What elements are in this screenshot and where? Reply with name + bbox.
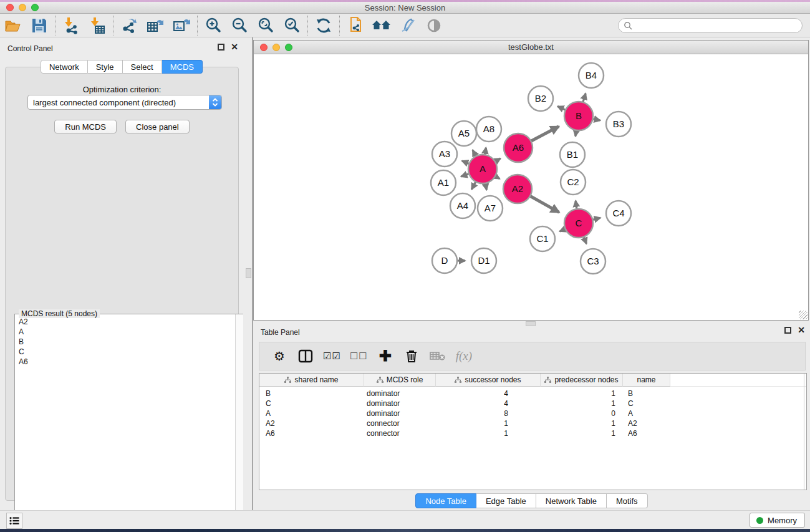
column-browser-icon[interactable] <box>297 347 314 365</box>
table-cell[interactable]: C <box>623 399 670 408</box>
table-row[interactable]: Bdominator41B <box>259 389 806 399</box>
tab-mcds[interactable]: MCDS <box>162 60 203 74</box>
table-scrollbar[interactable] <box>804 374 804 490</box>
table-cell[interactable]: A <box>623 409 670 418</box>
table-cell[interactable]: A <box>259 409 364 418</box>
table-cell[interactable]: connector <box>364 419 436 428</box>
result-list-item[interactable]: A2 <box>16 317 234 327</box>
float-table-panel-icon[interactable] <box>784 327 791 334</box>
export-network-icon[interactable] <box>116 15 142 36</box>
graph-node-A4[interactable]: A4 <box>450 193 475 218</box>
table-cell[interactable]: dominator <box>364 389 436 398</box>
graph-node-A8[interactable]: A8 <box>476 117 501 142</box>
graph-edge-A2-C[interactable] <box>528 195 559 213</box>
close-panel-button[interactable]: Close panel <box>125 120 190 133</box>
table-cell[interactable]: 4 <box>436 399 541 408</box>
table-cell[interactable]: 8 <box>436 409 541 418</box>
run-mcds-button[interactable]: Run MCDS <box>54 120 117 133</box>
graph-node-B1[interactable]: B1 <box>560 142 585 167</box>
zoom-in-icon[interactable] <box>200 15 226 36</box>
graph-node-A3[interactable]: A3 <box>432 142 457 167</box>
select-all-checkboxes-icon[interactable]: ☑☑ <box>323 347 341 365</box>
graph-node-D[interactable]: D <box>432 248 457 273</box>
table-cell[interactable]: A6 <box>623 429 670 438</box>
graph-node-A[interactable]: A <box>468 155 497 183</box>
table-cell[interactable]: 4 <box>436 389 541 398</box>
table-cell[interactable]: connector <box>364 429 436 438</box>
table-row[interactable]: Cdominator41C <box>259 399 806 409</box>
tab-select[interactable]: Select <box>123 60 162 74</box>
table-cell[interactable]: 1 <box>541 419 623 428</box>
graph-node-A6[interactable]: A6 <box>504 133 533 162</box>
table-cell[interactable]: dominator <box>364 399 436 408</box>
export-table-icon[interactable] <box>142 15 168 36</box>
import-network-icon[interactable] <box>58 15 84 36</box>
result-list-item[interactable]: A6 <box>16 357 234 367</box>
zoom-out-icon[interactable] <box>226 15 253 36</box>
delete-column-trash-icon[interactable] <box>403 347 420 365</box>
tab-motifs[interactable]: Motifs <box>607 493 648 508</box>
search-input[interactable] <box>633 19 802 32</box>
column-header-mcds-role[interactable]: MCDS role <box>364 374 436 387</box>
table-cell[interactable]: 0 <box>541 409 623 418</box>
result-list-item[interactable]: C <box>16 347 234 357</box>
result-list-item[interactable]: A <box>16 327 234 337</box>
window-resize-grip[interactable] <box>799 311 808 319</box>
table-cell[interactable]: B <box>623 389 670 398</box>
graph-node-A1[interactable]: A1 <box>431 170 456 195</box>
network-from-selection-icon[interactable] <box>342 15 369 36</box>
tab-network-table[interactable]: Network Table <box>536 493 607 508</box>
table-cell[interactable]: B <box>259 389 364 398</box>
network-canvas[interactable]: AA1A3A5A8A4A7A6A2BB1B2B3B4CC1C2C3C4DD1 <box>254 54 808 320</box>
memory-button[interactable]: Memory <box>750 513 805 528</box>
float-panel-icon[interactable] <box>218 44 224 51</box>
table-options-gear-icon[interactable]: ⚙ <box>271 347 288 365</box>
network-window-titlebar[interactable]: testGlobe.txt <box>254 41 808 54</box>
table-row[interactable]: Adominator80A <box>259 409 806 418</box>
graph-node-C2[interactable]: C2 <box>561 170 586 195</box>
deselect-all-checkboxes-icon[interactable]: ☐☐ <box>350 347 368 365</box>
export-image-icon[interactable] <box>168 15 195 36</box>
cybrowser-home-icon[interactable] <box>369 15 395 36</box>
graph-node-D1[interactable]: D1 <box>471 248 496 273</box>
graph-node-C4[interactable]: C4 <box>606 201 631 226</box>
zoom-fit-icon[interactable] <box>253 15 279 36</box>
graph-edge-A6-B[interactable] <box>529 127 559 142</box>
tab-node-table[interactable]: Node Table <box>415 493 476 508</box>
table-cell[interactable]: 1 <box>541 399 623 408</box>
task-history-button[interactable] <box>6 513 22 529</box>
close-panel-icon[interactable]: ✕ <box>231 44 238 51</box>
column-header-predecessor-nodes[interactable]: predecessor nodes <box>541 374 623 387</box>
refresh-layout-icon[interactable] <box>311 15 337 36</box>
column-header-successor-nodes[interactable]: successor nodes <box>436 374 541 387</box>
hide-annotations-icon[interactable] <box>395 15 421 36</box>
graph-node-B2[interactable]: B2 <box>528 86 553 111</box>
graph-node-B[interactable]: B <box>564 102 593 130</box>
graph-node-C3[interactable]: C3 <box>581 249 605 274</box>
table-cell[interactable]: 1 <box>541 389 623 398</box>
zoom-selected-icon[interactable] <box>279 15 305 36</box>
graph-node-A5[interactable]: A5 <box>451 121 476 146</box>
table-cell[interactable]: 1 <box>436 429 541 438</box>
open-session-icon[interactable] <box>0 15 26 36</box>
splitter-grip[interactable] <box>246 268 251 278</box>
result-list-scrollbar[interactable] <box>235 314 243 526</box>
column-header-shared-name[interactable]: shared name <box>259 374 364 387</box>
graph-node-B3[interactable]: B3 <box>606 112 631 137</box>
table-cell[interactable]: dominator <box>364 409 436 418</box>
import-table-icon[interactable] <box>84 15 110 36</box>
tab-network[interactable]: Network <box>41 60 88 74</box>
table-cell[interactable]: A2 <box>259 419 364 428</box>
graph-node-A7[interactable]: A7 <box>478 196 503 221</box>
table-row[interactable]: A6connector11A6 <box>259 428 806 438</box>
show-graphics-details-icon[interactable] <box>421 15 447 36</box>
graph-node-A2[interactable]: A2 <box>503 175 532 203</box>
panel-splitter[interactable] <box>243 37 253 510</box>
graph-node-B4[interactable]: B4 <box>579 63 604 88</box>
table-cell[interactable]: 1 <box>541 429 623 438</box>
table-cell[interactable]: A2 <box>623 419 670 428</box>
result-list-item[interactable]: B <box>16 337 234 347</box>
table-cell[interactable]: C <box>259 399 364 408</box>
column-header-name[interactable]: name <box>623 374 670 387</box>
add-column-icon[interactable]: ✚ <box>377 347 394 365</box>
